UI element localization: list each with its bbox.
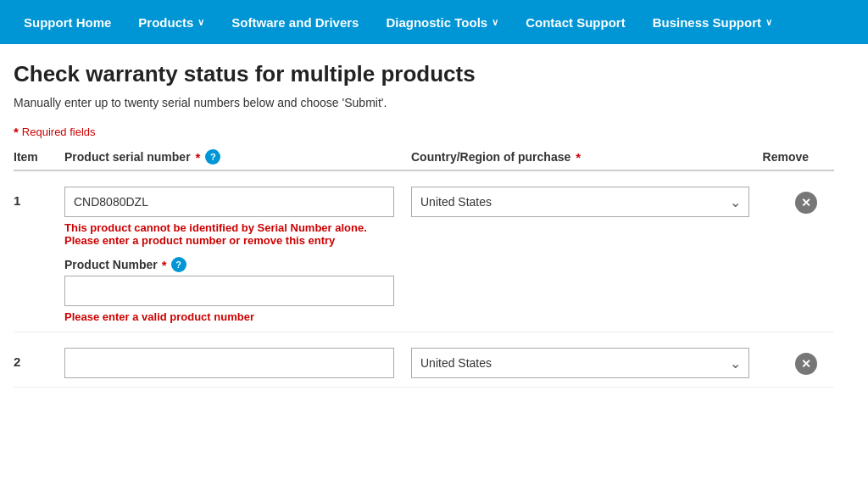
required-note: * Required fields: [14, 125, 834, 139]
row-1-number: 1: [14, 187, 64, 208]
rows-scroll-area[interactable]: 1 This product cannot be identified by S…: [14, 171, 834, 388]
row-2-serial-col: [64, 348, 411, 378]
required-label: Required fields: [22, 126, 96, 138]
business-chevron-icon: ∨: [765, 17, 772, 28]
col-remove-header: Remove: [758, 150, 834, 164]
row-2-country-select[interactable]: United States Canada United Kingdom Germ…: [411, 348, 749, 378]
nav-software-drivers[interactable]: Software and Drivers: [218, 0, 372, 44]
row-2-country-wrapper: United States Canada United Kingdom Germ…: [411, 348, 749, 378]
row-2-serial-input[interactable]: [64, 348, 394, 378]
row-1-country-col: United States Canada United Kingdom Germ…: [411, 187, 758, 217]
row-1-remove-col: ✕: [758, 187, 834, 214]
country-required-asterisk: *: [576, 150, 581, 165]
row-1-serial-input[interactable]: [64, 187, 394, 217]
row-2-remove-button[interactable]: ✕: [795, 353, 817, 375]
col-item-header: Item: [14, 150, 64, 164]
nav-support-home[interactable]: Support Home: [10, 0, 125, 44]
main-nav: Support Home Products ∨ Software and Dri…: [0, 0, 868, 44]
row-2-number: 2: [14, 348, 64, 369]
col-serial-header: Product serial number * ?: [64, 149, 411, 165]
col-country-header: Country/Region of purchase *: [411, 150, 758, 165]
table-row: 1 This product cannot be identified by S…: [14, 171, 834, 332]
row-2-remove-col: ✕: [758, 348, 834, 375]
nav-products[interactable]: Products ∨: [125, 0, 218, 44]
serial-required-asterisk: *: [196, 150, 201, 165]
product-required-asterisk: *: [162, 258, 167, 272]
page-title: Check warranty status for multiple produ…: [14, 61, 834, 87]
row-1-remove-button[interactable]: ✕: [795, 192, 817, 214]
table-row: 2 United States Canada United Kingdom Ge…: [14, 332, 834, 388]
row-1-product-number-label: Product Number * ?: [64, 257, 394, 272]
nav-contact-support[interactable]: Contact Support: [512, 0, 639, 44]
diagnostic-chevron-icon: ∨: [492, 17, 498, 28]
page-subtitle: Manually enter up to twenty serial numbe…: [14, 96, 834, 109]
table-header: Item Product serial number * ? Country/R…: [14, 144, 834, 171]
row-1-country-select[interactable]: United States Canada United Kingdom Germ…: [411, 187, 749, 217]
nav-diagnostic-tools[interactable]: Diagnostic Tools ∨: [372, 0, 512, 44]
products-chevron-icon: ∨: [198, 17, 204, 28]
main-content: Check warranty status for multiple produ…: [0, 44, 848, 405]
row-1-product-error: Please enter a valid product number: [64, 310, 394, 323]
row-2-country-col: United States Canada United Kingdom Germ…: [411, 348, 758, 378]
serial-help-icon[interactable]: ?: [205, 149, 220, 165]
product-number-help-icon[interactable]: ?: [171, 257, 186, 272]
row-1-product-number-input[interactable]: [64, 276, 394, 306]
row-1-country-wrapper: United States Canada United Kingdom Germ…: [411, 187, 749, 217]
row-1-serial-col: This product cannot be identified by Ser…: [64, 187, 411, 323]
row-1-serial-error: This product cannot be identified by Ser…: [64, 221, 394, 247]
required-asterisk: *: [14, 125, 19, 139]
nav-business-support[interactable]: Business Support ∨: [639, 0, 786, 44]
